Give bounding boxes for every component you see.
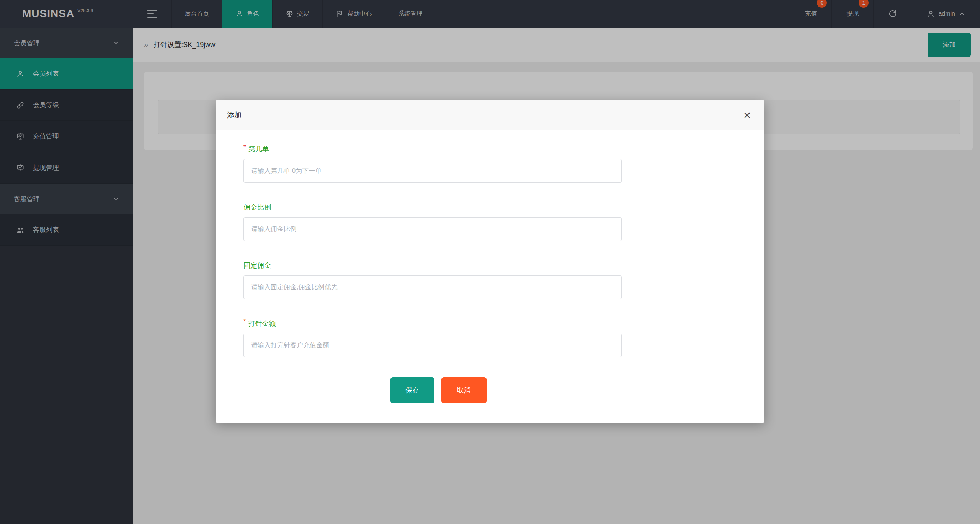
field-label-text: 第几单 <box>248 145 269 154</box>
fixed-commission-input[interactable] <box>243 275 622 299</box>
field-label-text: 佣金比例 <box>243 203 271 212</box>
field-label-text: 打针金额 <box>248 319 276 328</box>
cancel-button[interactable]: 取消 <box>441 377 487 403</box>
save-button[interactable]: 保存 <box>390 377 434 403</box>
dialog-title: 添加 <box>227 110 242 120</box>
dialog-form: * 第几单 佣金比例 固定佣金 * 打针金额 <box>243 145 622 403</box>
field-label: 固定佣金 <box>243 261 622 271</box>
add-dialog: 添加 × * 第几单 佣金比例 固定佣金 <box>216 100 764 423</box>
field-label-text: 固定佣金 <box>243 261 271 270</box>
dialog-actions: 保存 取消 <box>243 377 622 403</box>
dialog-body: * 第几单 佣金比例 固定佣金 * 打针金额 <box>216 130 764 403</box>
dialog-header: 添加 × <box>216 100 764 130</box>
field-label: 佣金比例 <box>243 203 622 213</box>
field-order-number: * 第几单 <box>243 145 622 183</box>
required-asterisk: * <box>243 318 246 325</box>
commission-rate-input[interactable] <box>243 217 622 241</box>
field-injection-amount: * 打针金额 <box>243 319 622 357</box>
required-asterisk: * <box>243 143 246 151</box>
field-label: * 打针金额 <box>243 319 622 329</box>
injection-amount-input[interactable] <box>243 334 622 357</box>
field-commission-rate: 佣金比例 <box>243 203 622 241</box>
close-icon[interactable]: × <box>741 109 753 121</box>
order-number-input[interactable] <box>243 159 622 183</box>
field-label: * 第几单 <box>243 145 622 155</box>
field-fixed-commission: 固定佣金 <box>243 261 622 299</box>
